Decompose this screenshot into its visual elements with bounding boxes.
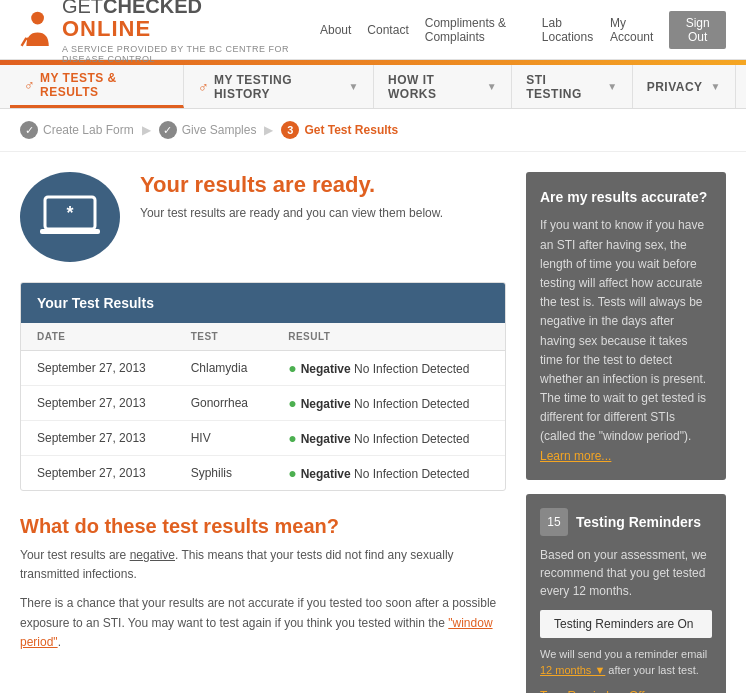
complaints-link[interactable]: Compliments & Complaints	[425, 16, 526, 44]
results-header: * Your results are ready. Your test resu…	[20, 172, 506, 262]
cell-date: September 27, 2013	[21, 421, 175, 456]
nav-tests-results[interactable]: ♂ MY TESTS & RESULTS	[10, 65, 184, 108]
cell-test: Syphilis	[175, 456, 273, 491]
reminder-box: 15 Testing Reminders Based on your asses…	[526, 494, 726, 693]
negative-underline: negative	[130, 548, 175, 562]
accurate-body: If you want to know if you have an STI a…	[540, 216, 712, 465]
result-dot: ●	[288, 465, 296, 481]
cell-test: Chlamydia	[175, 351, 273, 386]
col-test: TEST	[175, 323, 273, 351]
table-header-row: DATE TEST RESULT	[21, 323, 505, 351]
lab-locations-link[interactable]: Lab Locations	[542, 16, 594, 44]
nav-testing-history-label: MY TESTING HISTORY	[214, 73, 341, 101]
nav-tests-results-label: MY TESTS & RESULTS	[40, 71, 169, 99]
learn-more-link[interactable]: Learn more...	[540, 449, 611, 463]
reminder-body: Based on your assessment, we recommend t…	[540, 546, 712, 600]
sti-arrow-icon: ▼	[607, 81, 617, 92]
logo-get: GET	[62, 0, 103, 17]
top-bar: GETCHECKED ONLINE A SERVICE PROVIDED BY …	[0, 0, 746, 60]
cell-test: HIV	[175, 421, 273, 456]
laptop-icon: *	[40, 192, 100, 242]
step1-check-icon: ✓	[20, 121, 38, 139]
nav-sti-testing-label: STI TESTING	[526, 73, 599, 101]
table-row: September 27, 2013 Syphilis ●Negative No…	[21, 456, 505, 491]
logo-svg	[20, 10, 52, 50]
results-text-block: Your results are ready. Your test result…	[140, 172, 443, 222]
accurate-title: Are my results accurate?	[540, 186, 712, 208]
accurate-box: Are my results accurate? If you want to …	[526, 172, 726, 480]
breadcrumb-step-2: ✓ Give Samples	[159, 121, 257, 139]
result-negative: Negative	[301, 432, 351, 446]
main-nav: ♂ MY TESTS & RESULTS ♂ MY TESTING HISTOR…	[0, 65, 746, 109]
table-row: September 27, 2013 Chlamydia ●Negative N…	[21, 351, 505, 386]
table-row: September 27, 2013 HIV ●Negative No Infe…	[21, 421, 505, 456]
turn-reminders-off-link[interactable]: Turn Reminders Off	[540, 689, 645, 693]
nav-testing-history[interactable]: ♂ MY TESTING HISTORY ▼	[184, 65, 374, 108]
cell-result: ●Negative No Infection Detected	[272, 351, 505, 386]
test-results-table-wrap: Your Test Results DATE TEST RESULT Septe…	[20, 282, 506, 491]
breadcrumb: ✓ Create Lab Form ▶ ✓ Give Samples ▶ 3 G…	[0, 109, 746, 152]
what-para1: Your test results are negative. This mea…	[20, 546, 506, 584]
cell-date: September 27, 2013	[21, 351, 175, 386]
svg-point-0	[31, 11, 44, 24]
history-person-icon: ♂	[198, 79, 209, 95]
step1-label: Create Lab Form	[43, 123, 134, 137]
svg-rect-4	[40, 229, 100, 234]
window-period-text: "window period"	[20, 616, 493, 649]
breadcrumb-arrow-1: ▶	[142, 123, 151, 137]
reminder-title: Testing Reminders	[576, 514, 701, 530]
cell-test: Gonorrhea	[175, 386, 273, 421]
nav-how-it-works-label: HOW IT WORKS	[388, 73, 479, 101]
logo-sub: A SERVICE PROVIDED BY THE BC CENTRE FOR …	[62, 44, 320, 64]
what-para2: There is a chance that your results are …	[20, 594, 506, 652]
step3-label: Get Test Results	[304, 123, 398, 137]
result-negative: Negative	[301, 467, 351, 481]
laptop-icon-wrap: *	[20, 172, 120, 262]
results-table: DATE TEST RESULT September 27, 2013 Chla…	[21, 323, 505, 490]
svg-text:*: *	[66, 203, 73, 223]
result-negative: Negative	[301, 397, 351, 411]
col-date: DATE	[21, 323, 175, 351]
result-dot: ●	[288, 430, 296, 446]
step2-check-icon: ✓	[159, 121, 177, 139]
cell-result: ●Negative No Infection Detected	[272, 421, 505, 456]
results-subtitle: Your test results are ready and you can …	[140, 204, 443, 222]
step3-num-icon: 3	[281, 121, 299, 139]
months-link[interactable]: 12 months ▼	[540, 664, 605, 676]
nav-privacy-label: PRIVACY	[647, 80, 703, 94]
cell-date: September 27, 2013	[21, 456, 175, 491]
privacy-arrow-icon: ▼	[711, 81, 721, 92]
top-nav-links: About Contact Compliments & Complaints L…	[320, 11, 726, 49]
results-title: Your results are ready.	[140, 172, 443, 198]
calendar-icon: 15	[540, 508, 568, 536]
result-dot: ●	[288, 360, 296, 376]
result-negative: Negative	[301, 362, 351, 376]
nav-privacy[interactable]: PRIVACY ▼	[633, 65, 736, 108]
nav-sti-testing[interactable]: STI TESTING ▼	[512, 65, 632, 108]
breadcrumb-step-3: 3 Get Test Results	[281, 121, 398, 139]
table-row: September 27, 2013 Gonorrhea ●Negative N…	[21, 386, 505, 421]
cell-result: ●Negative No Infection Detected	[272, 386, 505, 421]
logo: GETCHECKED ONLINE A SERVICE PROVIDED BY …	[20, 0, 320, 64]
col-result: RESULT	[272, 323, 505, 351]
contact-link[interactable]: Contact	[367, 23, 408, 37]
step2-label: Give Samples	[182, 123, 257, 137]
what-title: What do these test results mean?	[20, 515, 506, 538]
sign-out-button[interactable]: Sign Out	[669, 11, 726, 49]
logo-text-block: GETCHECKED ONLINE A SERVICE PROVIDED BY …	[62, 0, 320, 64]
nav-how-it-works[interactable]: HOW IT WORKS ▼	[374, 65, 512, 108]
result-dot: ●	[288, 395, 296, 411]
main-content: * Your results are ready. Your test resu…	[20, 172, 506, 693]
reminder-on-button[interactable]: Testing Reminders are On	[540, 610, 712, 638]
logo-checked: CHECKED	[103, 0, 202, 17]
reminder-header: 15 Testing Reminders	[540, 508, 712, 536]
my-account-link[interactable]: My Account	[610, 16, 653, 44]
person-icon: ♂	[24, 77, 35, 93]
reminder-detail: We will send you a reminder email 12 mon…	[540, 646, 712, 679]
sidebar: Are my results accurate? If you want to …	[526, 172, 726, 693]
about-link[interactable]: About	[320, 23, 351, 37]
breadcrumb-step-1: ✓ Create Lab Form	[20, 121, 134, 139]
how-arrow-icon: ▼	[487, 81, 497, 92]
logo-online: ONLINE	[62, 16, 151, 41]
history-arrow-icon: ▼	[349, 81, 359, 92]
